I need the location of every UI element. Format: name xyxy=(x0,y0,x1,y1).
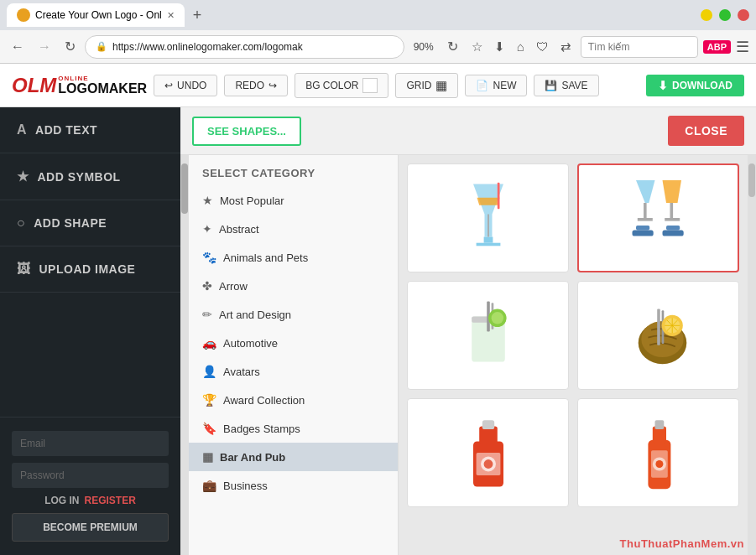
app-header: OLM ONLINE LOGOMAKER ↩ UNDO REDO ↪ BG CO… xyxy=(0,64,756,107)
avatars-icon: 👤 xyxy=(202,365,216,378)
auth-row: LOG IN REGISTER xyxy=(12,495,169,506)
new-button[interactable]: 📄 NEW xyxy=(465,75,527,96)
search-input[interactable] xyxy=(581,36,698,58)
sync-icon[interactable]: ⇄ xyxy=(556,37,576,57)
sidebar-item-upload-image[interactable]: 🖼 UPLOAD IMAGE xyxy=(0,246,180,293)
forward-button[interactable]: → xyxy=(34,36,55,58)
premium-button[interactable]: BECOME PREMIUM xyxy=(12,513,169,542)
category-label: Business xyxy=(223,480,268,492)
see-shapes-button[interactable]: SEE SHAPES... xyxy=(192,117,301,146)
category-item-most-popular[interactable]: ★ Most Popular xyxy=(189,186,398,215)
award-icon: 🏆 xyxy=(202,393,216,407)
shield-icon[interactable]: 🛡 xyxy=(532,37,553,57)
arrow-icon: ✤ xyxy=(202,279,212,293)
downloads-icon[interactable]: ⬇ xyxy=(490,37,509,57)
bg-color-button[interactable]: BG COLOR xyxy=(295,73,388,98)
cocktail-cheers-icon xyxy=(621,176,696,260)
grid-button[interactable]: GRID ▦ xyxy=(395,73,458,98)
url-text: https://www.onlinelogomaker.com/logomak xyxy=(112,41,394,53)
minimize-button[interactable] xyxy=(701,9,712,21)
sidebar-item-add-shape[interactable]: ○ ADD SHAPE xyxy=(0,200,180,246)
svg-rect-34 xyxy=(482,420,493,429)
logo-owl-letters: OLM xyxy=(12,74,56,97)
browser-titlebar: Create Your Own Logo - Onl ✕ + xyxy=(0,0,756,30)
browser-menu-button[interactable]: ☰ xyxy=(736,38,749,56)
undo-button[interactable]: ↩ UNDO xyxy=(154,75,217,96)
window-controls xyxy=(701,9,749,21)
svg-rect-24 xyxy=(657,309,660,345)
svg-point-21 xyxy=(491,312,503,324)
category-item-business[interactable]: 💼 Business xyxy=(189,471,398,500)
svg-point-43 xyxy=(655,460,663,468)
category-item-animals-pets[interactable]: 🐾 Animals and Pets xyxy=(189,243,398,272)
content-area: SEE SHAPES... CLOSE SELECT CATEGORY ★ Mo… xyxy=(180,107,756,555)
category-item-award-collection[interactable]: 🏆 Award Collection xyxy=(189,386,398,414)
add-shape-icon: ○ xyxy=(17,215,25,231)
right-scroll-track[interactable] xyxy=(748,155,756,555)
bg-color-swatch xyxy=(362,78,378,93)
new-tab-button[interactable]: + xyxy=(190,7,206,24)
symbol-card-5[interactable] xyxy=(407,398,569,507)
sidebar-item-add-text[interactable]: A ADD TEXT xyxy=(0,107,180,153)
password-input[interactable] xyxy=(12,463,169,488)
most-popular-icon: ★ xyxy=(202,194,213,207)
svg-rect-7 xyxy=(644,203,647,218)
register-button[interactable]: REGISTER xyxy=(85,495,136,506)
browser-tab[interactable]: Create Your Own Logo - Onl ✕ xyxy=(7,3,185,27)
category-item-avatars[interactable]: 👤 Avatars xyxy=(189,357,398,386)
category-scroll-thumb xyxy=(181,163,188,214)
category-item-automotive[interactable]: 🚗 Automotive xyxy=(189,329,398,357)
category-label: Badges Stamps xyxy=(223,423,300,435)
category-list: SELECT CATEGORY ★ Most Popular ✦ Abstrac… xyxy=(189,155,399,555)
tab-favicon xyxy=(17,8,30,22)
category-item-abstract[interactable]: ✦ Abstract xyxy=(189,215,398,243)
save-icon: 💾 xyxy=(545,80,557,91)
refresh-button[interactable]: ↻ xyxy=(60,35,80,58)
maximize-button[interactable] xyxy=(719,9,731,21)
svg-rect-13 xyxy=(666,226,680,230)
zoom-level[interactable]: 90% xyxy=(409,39,438,54)
symbol-card-1[interactable] xyxy=(407,163,569,272)
bookmark-icon[interactable]: ☆ xyxy=(467,37,487,57)
sauce-bottle-icon xyxy=(451,411,526,495)
category-label: Avatars xyxy=(223,366,260,378)
abp-button[interactable]: ABP xyxy=(703,40,731,54)
download-icon: ⬇ xyxy=(658,79,668,92)
close-shapes-button[interactable]: CLOSE xyxy=(668,116,744,146)
svg-rect-10 xyxy=(670,203,673,218)
category-item-art-design[interactable]: ✏ Art and Design xyxy=(189,300,398,329)
category-item-arrow[interactable]: ✤ Arrow xyxy=(189,272,398,300)
tab-close-icon[interactable]: ✕ xyxy=(167,10,175,21)
category-item-bar-pub[interactable]: ▦ Bar And Pub xyxy=(189,443,398,471)
symbol-card-3[interactable] xyxy=(407,281,569,390)
browser-toolbar: ← → ↻ 🔒 https://www.onlinelogomaker.com/… xyxy=(0,30,756,64)
reload-button[interactable]: ↻ xyxy=(443,35,462,58)
svg-rect-40 xyxy=(654,420,664,429)
save-button[interactable]: 💾 SAVE xyxy=(534,75,598,96)
category-label: Automotive xyxy=(223,337,278,350)
business-icon: 💼 xyxy=(202,479,216,492)
close-window-button[interactable] xyxy=(738,9,749,21)
automotive-icon: 🚗 xyxy=(202,336,216,350)
sidebar-item-add-symbol[interactable]: ★ ADD SYMBOL xyxy=(0,153,180,200)
category-label: Award Collection xyxy=(223,394,305,407)
category-label: Abstract xyxy=(219,223,259,236)
symbol-card-4[interactable] xyxy=(577,281,739,390)
category-header: SELECT CATEGORY xyxy=(189,155,398,186)
svg-rect-3 xyxy=(487,215,489,237)
redo-button[interactable]: REDO ↪ xyxy=(224,75,288,96)
address-bar[interactable]: 🔒 https://www.onlinelogomaker.com/logoma… xyxy=(85,35,404,59)
browser-toolbar-icons: ☆ ⬇ ⌂ 🛡 ⇄ xyxy=(467,37,576,57)
symbol-card-6[interactable] xyxy=(577,398,739,507)
symbol-grid xyxy=(399,155,748,555)
login-button[interactable]: LOG IN xyxy=(44,495,79,506)
back-button[interactable]: ← xyxy=(7,36,29,58)
download-button[interactable]: ⬇ DOWNLOAD xyxy=(646,75,744,96)
email-input[interactable] xyxy=(12,431,169,456)
shapes-toolbar: SEE SHAPES... CLOSE xyxy=(180,107,756,155)
home-icon[interactable]: ⌂ xyxy=(513,37,529,57)
category-item-badges-stamps[interactable]: 🔖 Badges Stamps xyxy=(189,414,398,443)
grid-icon: ▦ xyxy=(435,78,447,93)
symbol-card-2[interactable] xyxy=(577,163,739,272)
category-scroll-track[interactable] xyxy=(180,155,189,555)
